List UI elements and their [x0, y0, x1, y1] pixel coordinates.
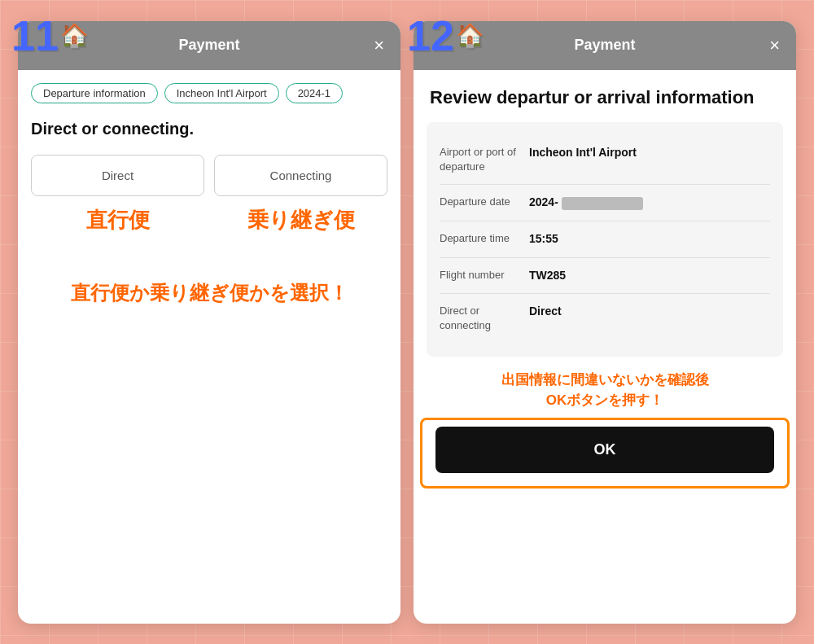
screen-11: Payment × Departure information Incheon … [18, 21, 400, 624]
options-row: Direct Connecting [31, 155, 387, 196]
review-title: Review departur or arrival information [414, 70, 796, 123]
step-badge-12: 12🏠 [407, 15, 484, 57]
breadcrumb-departure[interactable]: Departure information [31, 83, 158, 103]
screen-content-11: Departure information Incheon Int'l Airp… [18, 70, 400, 624]
connecting-option[interactable]: Connecting [214, 155, 387, 196]
info-row-2: Departure time 15:55 [440, 221, 770, 258]
home-icon-11: 🏠 [60, 24, 89, 47]
info-label-1: Departure date [440, 195, 529, 211]
direct-option[interactable]: Direct [31, 155, 204, 196]
step-badge-11: 11🏠 [11, 15, 89, 57]
info-value-0: Incheon Int'l Airport [529, 145, 770, 174]
breadcrumb-airport[interactable]: Incheon Int'l Airport [164, 83, 279, 103]
info-label-0: Airport or port of departure [440, 145, 529, 174]
info-row-0: Airport or port of departure Incheon Int… [440, 135, 770, 185]
header-title-11: Payment [178, 37, 239, 54]
close-button-11[interactable]: × [374, 37, 384, 55]
breadcrumb-date[interactable]: 2024-1 [286, 83, 343, 103]
step-number-11: 11 [11, 15, 59, 57]
info-row-1: Departure date 2024- [440, 185, 770, 221]
blur-bar-date [562, 197, 643, 210]
info-label-4: Direct or connecting [440, 304, 529, 333]
ok-button-wrapper: OK [420, 418, 790, 488]
info-row-4: Direct or connecting Direct [440, 294, 770, 343]
screen-12: Payment × Review departur or arrival inf… [414, 21, 796, 624]
home-icon-12: 🏠 [456, 24, 484, 47]
instruction-text-11: 直行便か乗り継ぎ便かを選択！ [31, 280, 387, 306]
info-table: Airport or port of departure Incheon Int… [427, 122, 783, 357]
direct-jp-label: 直行便 [31, 206, 204, 234]
info-row-3: Flight number TW285 [440, 258, 770, 295]
info-value-4: Direct [529, 304, 770, 333]
close-button-12[interactable]: × [769, 37, 780, 55]
info-value-1: 2024- [529, 195, 770, 211]
connecting-jp-label: 乗り継ぎ便 [214, 206, 387, 234]
info-label-3: Flight number [440, 268, 529, 284]
header-title-12: Payment [574, 37, 635, 54]
info-value-3: TW285 [529, 268, 770, 284]
info-label-2: Departure time [440, 231, 529, 248]
breadcrumb-row-11: Departure information Incheon Int'l Airp… [31, 83, 387, 103]
section-title-11: Direct or connecting. [31, 120, 387, 138]
ok-button[interactable]: OK [435, 427, 774, 473]
ok-instruction: 出国情報に間違いないかを確認後OKボタンを押す！ [414, 357, 796, 418]
jp-labels-row: 直行便 乗り継ぎ便 [31, 206, 387, 238]
step-number-12: 12 [407, 15, 454, 57]
info-value-2: 15:55 [529, 231, 770, 248]
